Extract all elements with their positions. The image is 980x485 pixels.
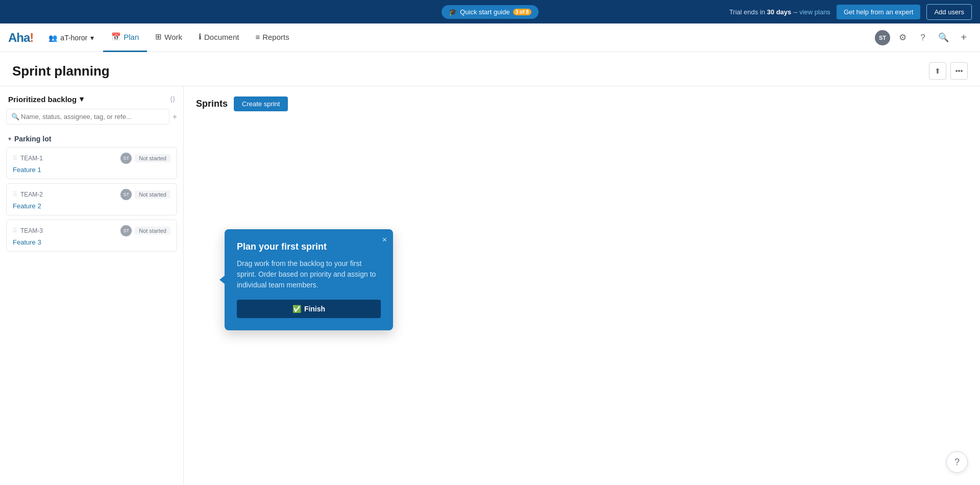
finish-button[interactable]: ✅ Finish (237, 300, 381, 318)
add-users-button[interactable]: Add users (926, 4, 972, 20)
nav-links: 📅 Plan ⊞ Work ℹ Document ≡ Reports (103, 23, 875, 52)
drag-handle-icon: ⠿ (13, 155, 17, 162)
search-icon: 🔍 (11, 113, 19, 120)
work-item[interactable]: ⠿ TEAM-1 ST Not started Feature 1 (6, 147, 177, 179)
settings-button[interactable]: ⚙ (894, 30, 911, 46)
search-add-button[interactable]: + (173, 112, 177, 122)
question-icon: ? (920, 33, 925, 43)
search-icon: 🔍 (938, 32, 949, 43)
status-badge: Not started (135, 154, 170, 162)
sprint-label: Sprints (196, 99, 228, 109)
nav-right: ST ⚙ ? 🔍 + (875, 30, 972, 46)
top-bar: 🎓 Quick start guide 3 of 8 Trial ends in… (0, 0, 980, 23)
reports-icon: ≡ (255, 33, 260, 41)
sprint-header: Sprints Create sprint (196, 96, 968, 111)
workspace-selector[interactable]: 👥 aT-horor ▾ (43, 31, 99, 45)
nav-document-label: Document (204, 33, 239, 41)
trial-text: Trial ends in 30 days -- view plans (729, 8, 830, 16)
checkmark-icon: ✅ (292, 305, 301, 313)
collapse-sidebar-button[interactable]: ⟨⟩ (170, 95, 175, 103)
create-sprint-button[interactable]: Create sprint (234, 96, 288, 111)
more-options-button[interactable]: ••• (950, 62, 968, 80)
drag-handle-icon: ⠿ (13, 191, 17, 198)
finish-label: Finish (304, 305, 325, 313)
sprint-tooltip: × Plan your first sprint Drag work from … (225, 229, 393, 330)
search-button[interactable]: 🔍 (935, 30, 951, 46)
nav-link-work[interactable]: ⊞ Work (147, 23, 190, 52)
tooltip-arrow (219, 276, 225, 284)
avatar-initials: ST (123, 228, 129, 233)
work-item-top: ⠿ TEAM-1 ST Not started (13, 153, 170, 164)
work-item[interactable]: ⠿ TEAM-3 ST Not started Feature 3 (6, 220, 177, 252)
main-layout: Prioritized backlog ▾ ⟨⟩ 🔍 + ▾ Parking l… (0, 86, 980, 485)
sidebar-title-actions: ⟨⟩ (170, 95, 175, 103)
parking-lot-section: ▾ Parking lot ⠿ TEAM-1 ST Not started (0, 131, 183, 256)
sprint-area: Sprints Create sprint × Plan your first … (184, 86, 980, 485)
help-fab[interactable]: ? (946, 451, 968, 473)
work-item-top: ⠿ TEAM-2 ST Not started (13, 189, 170, 200)
work-icon: ⊞ (155, 32, 162, 41)
nav-link-document[interactable]: ℹ Document (190, 23, 247, 52)
top-bar-center: 🎓 Quick start guide 3 of 8 (442, 5, 538, 19)
document-icon: ℹ (199, 32, 202, 41)
work-item-id: TEAM-3 (20, 227, 43, 234)
export-icon: ⬆ (935, 67, 941, 75)
ellipsis-icon: ••• (955, 67, 963, 75)
avatar[interactable]: ST (875, 30, 890, 45)
sidebar-title[interactable]: Prioritized backlog ▾ (8, 94, 84, 104)
tooltip-body: Drag work from the backlog to your first… (237, 258, 381, 290)
avatar-initials: ST (123, 156, 129, 161)
page-actions: ⬆ ••• (929, 62, 968, 80)
parking-lot-chevron: ▾ (8, 135, 11, 142)
work-item-name[interactable]: Feature 1 (13, 166, 170, 174)
nav-link-reports[interactable]: ≡ Reports (247, 23, 297, 52)
help-button[interactable]: ? (915, 30, 931, 46)
collapse-icon: ⟨⟩ (170, 95, 175, 103)
workspace-icon: 👥 (48, 34, 57, 42)
work-item-id: TEAM-1 (20, 155, 43, 162)
quick-start-button[interactable]: 🎓 Quick start guide 3 of 8 (442, 5, 538, 19)
quick-start-label: Quick start guide (460, 8, 510, 16)
top-bar-right: Trial ends in 30 days -- view plans Get … (729, 4, 972, 20)
sidebar: Prioritized backlog ▾ ⟨⟩ 🔍 + ▾ Parking l… (0, 86, 184, 485)
parking-lot-label: Parking lot (14, 135, 51, 143)
parking-lot-header[interactable]: ▾ Parking lot (6, 131, 177, 147)
plus-icon: + (173, 112, 177, 121)
add-button[interactable]: + (955, 30, 972, 46)
nav-link-plan[interactable]: 📅 Plan (103, 23, 147, 52)
nav-plan-label: Plan (124, 33, 139, 41)
work-item-name[interactable]: Feature 2 (13, 202, 170, 210)
drag-handle-icon: ⠿ (13, 227, 17, 234)
trial-days: 30 days (767, 8, 792, 16)
logo[interactable]: Aha! (8, 31, 33, 45)
status-badge: Not started (135, 190, 170, 199)
work-item-name[interactable]: Feature 3 (13, 238, 170, 246)
graduation-icon: 🎓 (449, 8, 457, 16)
nav-bar: Aha! 👥 aT-horor ▾ 📅 Plan ⊞ Work ℹ Docume… (0, 23, 980, 52)
work-item-id-row: ⠿ TEAM-1 (13, 155, 43, 162)
page-title: Sprint planning (12, 63, 110, 79)
export-button[interactable]: ⬆ (929, 62, 946, 80)
page-title-bar: Sprint planning ⬆ ••• (0, 52, 980, 86)
plan-icon: 📅 (111, 32, 121, 41)
search-input[interactable] (6, 109, 169, 125)
sidebar-title-chevron: ▾ (80, 94, 84, 104)
search-box: 🔍 + (6, 109, 177, 125)
work-item-id-row: ⠿ TEAM-3 (13, 227, 43, 234)
view-plans-link[interactable]: view plans (799, 8, 830, 16)
quick-start-badge: 3 of 8 (513, 9, 531, 15)
assignee-avatar: ST (120, 153, 132, 164)
work-item[interactable]: ⠿ TEAM-2 ST Not started Feature 2 (6, 183, 177, 215)
work-item-status-row: ST Not started (120, 225, 170, 236)
sidebar-title-label: Prioritized backlog (8, 95, 77, 104)
work-item-status-row: ST Not started (120, 189, 170, 200)
help-icon: ? (954, 457, 960, 468)
sidebar-header: Prioritized backlog ▾ ⟨⟩ (0, 86, 183, 109)
get-help-button[interactable]: Get help from an expert (837, 5, 921, 19)
nav-reports-label: Reports (262, 33, 289, 41)
chevron-down-icon: ▾ (90, 34, 94, 42)
work-item-top: ⠿ TEAM-3 ST Not started (13, 225, 170, 236)
work-item-id: TEAM-2 (20, 191, 43, 198)
nav-work-label: Work (164, 33, 182, 41)
tooltip-close-button[interactable]: × (382, 235, 387, 245)
